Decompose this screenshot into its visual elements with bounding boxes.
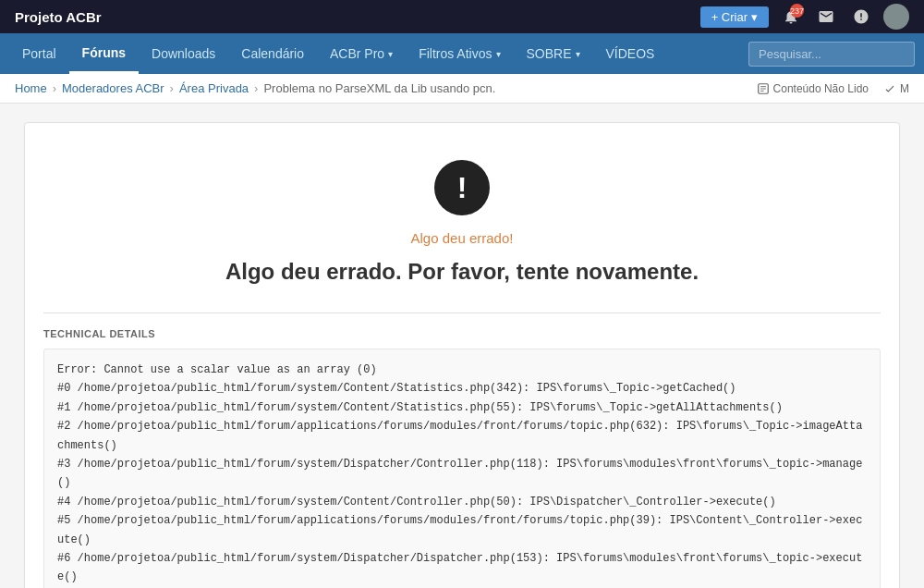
nav-item-acbr-pro[interactable]: ACBr Pro ▾ — [317, 33, 406, 74]
breadcrumb-home[interactable]: Home — [15, 81, 47, 95]
create-button[interactable]: + Criar ▾ — [700, 6, 769, 28]
nav-item-forums[interactable]: Fóruns — [69, 33, 139, 74]
create-button-arrow: ▾ — [751, 10, 758, 24]
nav-item-filtros-ativos[interactable]: Filtros Ativos ▾ — [406, 33, 513, 74]
acbr-pro-dropdown-arrow: ▾ — [388, 49, 393, 59]
nav-item-videos[interactable]: VÍDEOS — [593, 33, 668, 74]
nav-bar: Portal Fóruns Downloads Calendário ACBr … — [0, 33, 924, 74]
error-subtitle: Algo deu errado! — [43, 230, 881, 246]
topbar-right: + Criar ▾ 237 — [700, 4, 909, 30]
notification-badge: 237 — [790, 4, 804, 18]
breadcrumb-sep-2: › — [170, 81, 174, 95]
user-avatar[interactable] — [883, 4, 909, 30]
technical-details-section: TECHNICAL DETAILS Error: Cannot use a sc… — [43, 312, 881, 588]
nav-item-downloads[interactable]: Downloads — [139, 33, 228, 74]
breadcrumb-sep-1: › — [53, 81, 56, 95]
site-title: Projeto ACBr — [15, 9, 102, 25]
breadcrumb-area-privada[interactable]: Área Privada — [179, 81, 249, 95]
tech-code-block: Error: Cannot use a scalar value as an a… — [43, 349, 881, 588]
create-button-label: + Criar — [711, 10, 748, 24]
breadcrumb-current: Problema no ParseXML da Lib usando pcn. — [263, 81, 495, 95]
unread-content-button[interactable]: Conteúdo Não Lido — [757, 82, 869, 95]
mark-read-button[interactable]: M — [883, 82, 909, 95]
messages-icon[interactable] — [813, 4, 839, 30]
sobre-dropdown-arrow: ▾ — [576, 49, 580, 59]
error-icon: ! — [434, 160, 490, 215]
alerts-icon[interactable] — [848, 4, 874, 30]
nav-search — [748, 42, 915, 67]
search-input[interactable] — [748, 42, 915, 67]
nav-item-portal[interactable]: Portal — [9, 33, 69, 74]
error-main-message: Algo deu errado. Por favor, tente novame… — [43, 259, 881, 285]
main-content: ! Algo deu errado! Algo deu errado. Por … — [9, 104, 915, 588]
nav-item-sobre[interactable]: SOBRE ▾ — [514, 33, 593, 74]
error-container: ! Algo deu errado! Algo deu errado. Por … — [24, 122, 900, 588]
breadcrumb-bar: Home › Moderadores ACBr › Área Privada ›… — [0, 74, 924, 104]
breadcrumb-moderadores[interactable]: Moderadores ACBr — [62, 81, 164, 95]
notifications-icon[interactable]: 237 — [778, 4, 804, 30]
breadcrumb-sep-3: › — [254, 81, 258, 95]
tech-details-title: TECHNICAL DETAILS — [43, 328, 881, 339]
breadcrumb: Home › Moderadores ACBr › Área Privada ›… — [15, 81, 495, 95]
filtros-dropdown-arrow: ▾ — [496, 49, 501, 59]
breadcrumb-actions: Conteúdo Não Lido M — [757, 82, 909, 95]
nav-item-calendario[interactable]: Calendário — [228, 33, 317, 74]
